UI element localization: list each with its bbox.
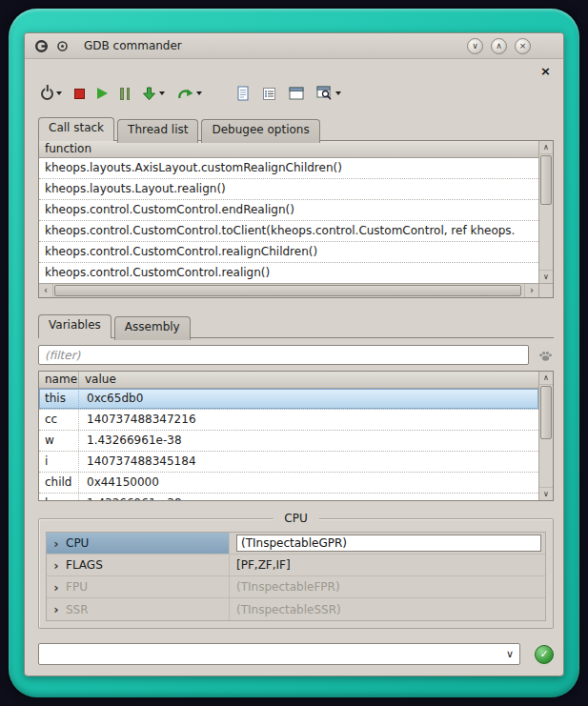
scroll-down-icon[interactable]: ∨ bbox=[539, 487, 553, 500]
callstack-row[interactable]: kheops.control.CustomControl.endRealign(… bbox=[39, 200, 538, 221]
send-command-button[interactable]: ✓ bbox=[535, 645, 554, 664]
green-curved-arrow-icon bbox=[177, 87, 193, 101]
register-group-name: FLAGS bbox=[66, 558, 103, 572]
stop-button[interactable] bbox=[71, 81, 88, 106]
run-button[interactable] bbox=[94, 81, 111, 106]
titlebar[interactable]: GDB commander ∨ ∧ × bbox=[25, 33, 563, 59]
gdb-command-input[interactable] bbox=[39, 645, 519, 665]
variable-row[interactable]: cc 140737488347216 bbox=[39, 410, 538, 431]
scrollbar-track[interactable] bbox=[53, 284, 524, 297]
variable-row[interactable]: w 1.43266961e-38 bbox=[39, 431, 538, 452]
callstack-row[interactable]: kheops.layouts.Layout.realign() bbox=[39, 179, 538, 200]
callstack-row[interactable]: kheops.control.CustomControl.toClient(kh… bbox=[39, 221, 538, 242]
scrollbar-thumb[interactable] bbox=[540, 155, 552, 205]
variable-name: child bbox=[39, 473, 79, 493]
scrollbar-track[interactable] bbox=[539, 385, 553, 487]
scroll-up-icon[interactable]: ∧ bbox=[539, 141, 553, 154]
callstack-horizontal-scrollbar[interactable]: ‹ › bbox=[39, 283, 538, 297]
dock-close-icon[interactable]: × bbox=[540, 65, 551, 77]
scroll-left-icon[interactable]: ‹ bbox=[39, 284, 53, 297]
callstack-rows: kheops.layouts.AxisLayout.customRealignC… bbox=[39, 158, 538, 284]
continue-button[interactable] bbox=[174, 81, 205, 106]
scroll-up-icon[interactable]: ∧ bbox=[539, 372, 553, 385]
play-icon bbox=[97, 88, 108, 99]
variable-row[interactable]: this 0xc65db0 bbox=[39, 389, 538, 410]
source-file-button[interactable] bbox=[233, 81, 253, 106]
window-icon bbox=[289, 87, 304, 100]
variables-tabbar: Variables Assembly bbox=[38, 314, 563, 338]
variable-row[interactable]: b 1.43266961e-38 bbox=[39, 494, 538, 501]
inspect-window-button[interactable] bbox=[314, 81, 344, 106]
tab-variables[interactable]: Variables bbox=[38, 314, 112, 338]
column-header-name[interactable]: name bbox=[39, 372, 79, 388]
cpu-row[interactable]: › CPU (TInspectableGPR) bbox=[47, 533, 545, 555]
callstack-row[interactable]: kheops.control.CustomControl.realignChil… bbox=[39, 242, 538, 263]
document-icon bbox=[236, 86, 250, 101]
app-menu-icon[interactable] bbox=[56, 40, 69, 52]
scroll-right-icon[interactable]: › bbox=[524, 284, 538, 297]
windows-button[interactable] bbox=[286, 81, 307, 106]
tab-thread-list[interactable]: Thread list bbox=[117, 119, 198, 143]
register-group-name: FPU bbox=[66, 580, 88, 594]
variables-header: name value bbox=[39, 372, 538, 389]
power-button[interactable] bbox=[38, 81, 65, 106]
callstack-vertical-scrollbar[interactable]: ∧ ∨ bbox=[538, 141, 553, 283]
minimize-button[interactable]: ∨ bbox=[467, 38, 483, 54]
variables-table: name value this 0xc65db0 cc 140737488347… bbox=[38, 371, 554, 501]
pause-icon bbox=[120, 88, 130, 100]
cpu-row[interactable]: › FPU (TInspectableFPR) bbox=[47, 576, 545, 598]
scrollbar-thumb[interactable] bbox=[54, 285, 521, 296]
variable-name: w bbox=[39, 431, 79, 451]
variable-value: 140737488345184 bbox=[79, 452, 538, 472]
close-button[interactable]: × bbox=[515, 38, 531, 54]
stop-icon bbox=[74, 89, 85, 99]
pause-button[interactable] bbox=[117, 81, 132, 106]
variable-value: 0xc65db0 bbox=[79, 389, 538, 409]
app-icon[interactable] bbox=[34, 39, 49, 53]
register-group-name: CPU bbox=[66, 536, 89, 550]
tab-assembly[interactable]: Assembly bbox=[114, 316, 191, 340]
callstack-row[interactable]: kheops.layouts.AxisLayout.customRealignC… bbox=[39, 158, 538, 179]
expander-icon[interactable]: › bbox=[47, 581, 66, 594]
callstack-tabbar: Call stack Thread list Debugee options bbox=[38, 117, 563, 141]
debug-toolbar bbox=[38, 81, 554, 106]
variable-row[interactable]: i 140737488345184 bbox=[39, 452, 538, 473]
tab-call-stack[interactable]: Call stack bbox=[38, 117, 114, 141]
cpu-row[interactable]: › SSR (TInspectableSSR) bbox=[47, 598, 545, 620]
filter-options-icon[interactable] bbox=[537, 348, 554, 363]
output-list-button[interactable] bbox=[259, 81, 279, 106]
gdb-commander-window: GDB commander ∨ ∧ × × bbox=[24, 32, 564, 676]
expander-icon[interactable]: › bbox=[47, 603, 66, 615]
expander-icon[interactable]: › bbox=[47, 537, 66, 550]
chevron-down-icon bbox=[335, 91, 341, 95]
power-icon bbox=[41, 88, 53, 100]
variables-vertical-scrollbar[interactable]: ∧ ∨ bbox=[538, 372, 553, 500]
variable-value: 1.43266961e-38 bbox=[79, 494, 538, 501]
variable-name: this bbox=[39, 389, 79, 409]
expander-icon[interactable]: › bbox=[47, 559, 66, 572]
cpu-row[interactable]: › FLAGS [PF,ZF,IF] bbox=[47, 555, 545, 576]
maximize-button[interactable]: ∧ bbox=[491, 38, 507, 54]
filter-input[interactable] bbox=[38, 345, 529, 365]
command-row: ∨ ✓ bbox=[38, 643, 554, 665]
variable-value: 1.43266961e-38 bbox=[79, 431, 538, 451]
step-button[interactable] bbox=[139, 81, 168, 106]
window-search-icon bbox=[316, 86, 333, 101]
scrollbar-track[interactable] bbox=[539, 154, 553, 270]
register-value-editor[interactable]: (TInspectableGPR) bbox=[236, 535, 541, 552]
register-group-name: SSR bbox=[66, 603, 89, 616]
chevron-down-icon bbox=[159, 91, 165, 95]
list-icon bbox=[262, 87, 276, 101]
callstack-column-header[interactable]: function bbox=[39, 141, 538, 158]
combobox-dropdown-icon[interactable]: ∨ bbox=[506, 647, 514, 661]
tab-debugee-options[interactable]: Debugee options bbox=[201, 119, 319, 143]
variable-value: 140737488347216 bbox=[79, 410, 538, 430]
column-header-value[interactable]: value bbox=[79, 372, 538, 388]
scrollbar-thumb[interactable] bbox=[540, 386, 552, 439]
variable-name: cc bbox=[39, 410, 79, 430]
variable-row[interactable]: child 0x44150000 bbox=[39, 473, 538, 494]
variables-section: name value this 0xc65db0 cc 140737488347… bbox=[38, 337, 554, 501]
callstack-row[interactable]: kheops.control.CustomControl.realign() bbox=[39, 263, 538, 284]
scroll-down-icon[interactable]: ∨ bbox=[539, 270, 553, 283]
gdb-command-combobox[interactable]: ∨ bbox=[38, 643, 520, 665]
